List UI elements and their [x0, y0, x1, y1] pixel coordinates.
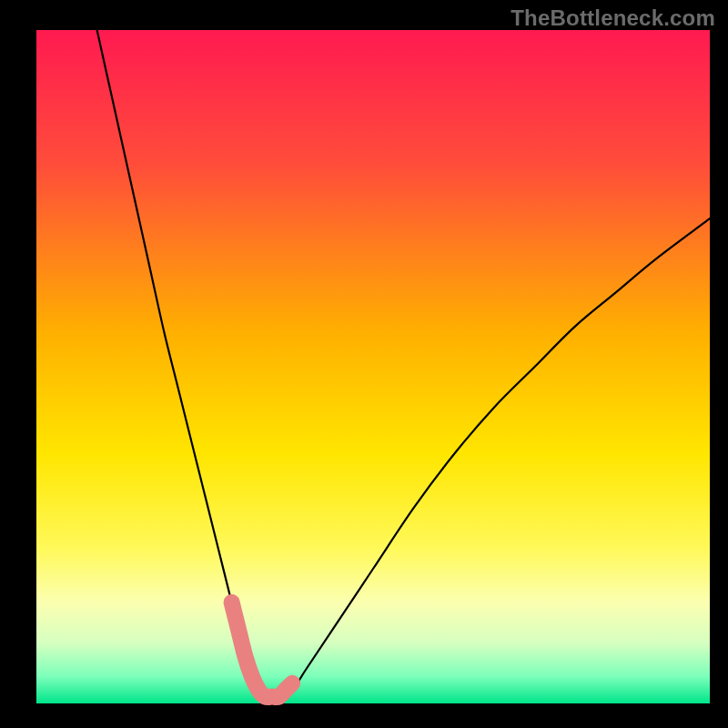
chart-frame: TheBottleneck.com: [0, 0, 728, 728]
chart-svg: [0, 0, 728, 728]
watermark-label: TheBottleneck.com: [511, 5, 715, 31]
plot-background: [36, 30, 710, 703]
